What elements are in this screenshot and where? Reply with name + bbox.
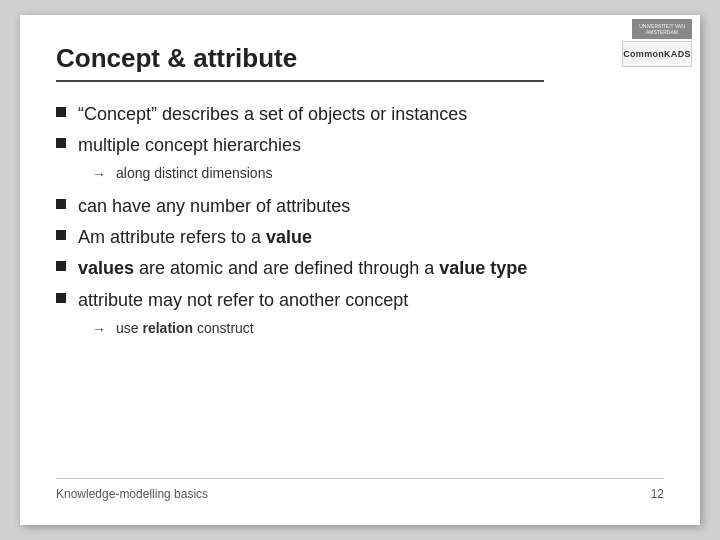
bullet-attributes: can have any number of attributes [56,194,664,219]
bullet-values-atomic: values are atomic and are defined throug… [56,256,664,281]
sub-bullet-relation-text: use relation construct [116,319,254,339]
bullet-concept-text: “Concept” describes a set of objects or … [78,102,467,127]
bullet-no-refer: attribute may not refer to another conce… [56,288,664,313]
sub-bullet-dimensions-text: along distinct dimensions [116,164,272,184]
bullet-hierarchies-text: multiple concept hierarchies [78,133,301,158]
bullet-square-5 [56,261,66,271]
arrow-icon-1: → [92,166,106,182]
top-bar: UNIVERSITEIT VAN AMSTERDAM CommonKADS [540,15,700,71]
sub-bullet-dimensions: → along distinct dimensions [56,164,664,184]
bullet-square-6 [56,293,66,303]
sub-bullet-relation-post: construct [193,320,254,336]
sub-bullet-relation-bold: relation [142,320,193,336]
bullet-square-3 [56,199,66,209]
bullet-value-text: Am attribute refers to a value [78,225,312,250]
sub-bullet-relation-pre: use [116,320,142,336]
bullet-values-bold2: value type [439,258,527,278]
bullet-concept: “Concept” describes a set of objects or … [56,102,664,127]
slide-footer: Knowledge-modelling basics 12 [56,478,664,505]
slide-body: “Concept” describes a set of objects or … [56,102,664,478]
footer-page-number: 12 [651,487,664,501]
bullet-hierarchies: multiple concept hierarchies [56,133,664,158]
slide: UNIVERSITEIT VAN AMSTERDAM CommonKADS Co… [20,15,700,525]
footer-left: Knowledge-modelling basics [56,487,208,501]
bullet-square-4 [56,230,66,240]
bullet-no-refer-text: attribute may not refer to another conce… [78,288,408,313]
bullet-values-post: are atomic and are defined through a [134,258,439,278]
bullet-square-1 [56,107,66,117]
bullet-value-bold: value [266,227,312,247]
bullet-attributes-text: can have any number of attributes [78,194,350,219]
bullet-values-bold: values [78,258,134,278]
slide-content: Concept & attribute “Concept” describes … [20,15,700,525]
title-divider [56,80,544,82]
bullet-values-atomic-text: values are atomic and are defined throug… [78,256,527,281]
bullet-value: Am attribute refers to a value [56,225,664,250]
arrow-icon-2: → [92,321,106,337]
bullet-square-2 [56,138,66,148]
bullet-value-pre: Am attribute refers to a [78,227,266,247]
sub-bullet-relation: → use relation construct [56,319,664,339]
university-logo: UNIVERSITEIT VAN AMSTERDAM [632,19,692,39]
commonkads-logo: CommonKADS [622,41,692,67]
